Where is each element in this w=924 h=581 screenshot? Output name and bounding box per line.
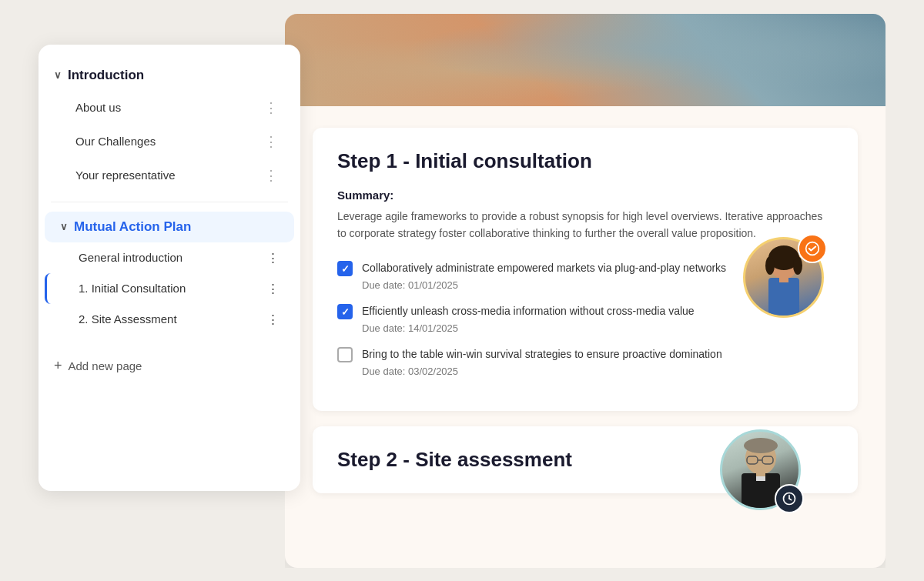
avatar-man-container [720,429,801,510]
more-options-icon[interactable]: ⋮ [264,167,279,184]
clock-badge [775,484,804,513]
sidebar-item-general-introduction[interactable]: General introduction ⋮ [45,242,294,273]
task-checkbox-2[interactable] [337,304,353,319]
svg-rect-14 [756,469,765,476]
task-due-date-3: Due date: 03/02/2025 [337,366,833,377]
more-options-icon[interactable]: ⋮ [267,312,279,326]
sidebar-item-label: 2. Site Assessment [79,312,177,326]
more-options-icon[interactable]: ⋮ [267,282,279,296]
add-new-page-label: Add new page [69,359,142,372]
sidebar: ∨ Introduction About us ⋮ Our Challenges… [38,45,300,491]
chevron-down-icon: ∨ [60,221,68,232]
sidebar-section-mutual-action-plan[interactable]: ∨ Mutual Action Plan [45,212,294,242]
check-circle-icon [805,241,820,256]
task-text-3: Bring to the table win-win survival stra… [362,346,722,362]
plus-icon: + [54,358,62,374]
sidebar-item-label: 1. Initial Consultation [79,282,186,295]
completion-badge [798,234,827,263]
svg-point-8 [744,438,778,453]
sidebar-map-items: General introduction ⋮ 1. Initial Consul… [38,242,300,335]
more-options-icon[interactable]: ⋮ [267,251,279,265]
sidebar-item-our-challenges[interactable]: Our Challenges ⋮ [45,125,294,159]
clock-icon [782,491,797,506]
task-checkbox-1[interactable] [337,261,353,276]
task-text-2: Efficiently unleash cross-media informat… [362,303,695,319]
hero-image [285,14,886,106]
task-checkbox-3[interactable] [337,347,353,362]
sidebar-map-label: Mutual Action Plan [74,219,191,235]
sidebar-item-label: Our Challenges [75,135,156,148]
sidebar-divider [51,202,288,202]
summary-label: Summary: [337,189,833,202]
sidebar-item-label: General introduction [79,251,182,264]
step-1-title: Step 1 - Initial consultation [337,149,833,173]
svg-point-2 [765,256,775,275]
sidebar-item-your-representative[interactable]: Your representative ⋮ [45,159,294,192]
svg-line-17 [789,499,792,500]
more-options-icon[interactable]: ⋮ [264,99,279,116]
sidebar-introduction-label: Introduction [68,68,144,83]
more-options-icon[interactable]: ⋮ [264,133,279,150]
task-text-1: Collaboratively administrate empowered m… [362,260,726,276]
sidebar-item-label: About us [75,101,121,114]
sidebar-introduction-items: About us ⋮ Our Challenges ⋮ Your represe… [38,91,300,192]
sidebar-item-site-assessment[interactable]: 2. Site Assessment ⋮ [45,304,294,335]
add-new-page-button[interactable]: + Add new page [38,347,300,385]
svg-rect-5 [779,275,788,282]
sidebar-section-introduction[interactable]: ∨ Introduction [38,60,300,91]
chevron-down-icon: ∨ [54,69,62,81]
summary-section: Summary: Leverage agile frameworks to pr… [337,189,833,242]
avatar-woman-container [743,237,824,318]
sidebar-item-label: Your representative [75,169,176,182]
task-item-3: Bring to the table win-win survival stra… [337,346,833,377]
svg-point-3 [793,256,802,275]
task-due-date-2: Due date: 14/01/2025 [337,322,833,334]
sidebar-item-initial-consultation[interactable]: 1. Initial Consultation ⋮ [45,273,294,304]
svg-rect-4 [768,278,799,318]
sidebar-item-about-us[interactable]: About us ⋮ [45,91,294,125]
